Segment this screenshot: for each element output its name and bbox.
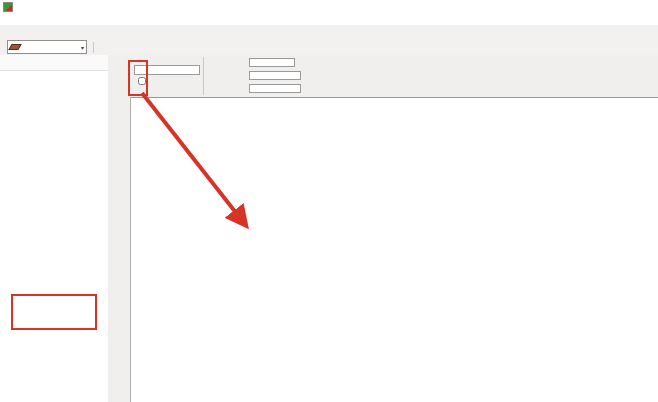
pathfinder-window: ▾ <box>0 0 658 402</box>
name-field[interactable] <box>134 65 200 75</box>
floor-selector-dropdown[interactable]: ▾ <box>7 40 87 54</box>
3d-model-building <box>130 97 658 402</box>
3d-viewport[interactable] <box>130 97 658 402</box>
view-toolbar: ▾ <box>0 39 658 56</box>
title-bar <box>0 0 658 13</box>
tree-rows <box>0 70 108 402</box>
visible-checkbox[interactable] <box>138 77 146 85</box>
navigation-tree-panel <box>0 55 109 402</box>
z-max-filter-field[interactable] <box>249 84 301 93</box>
chevron-down-icon: ▾ <box>81 44 84 51</box>
main-toolbar <box>0 25 658 40</box>
panel-divider <box>203 57 204 95</box>
drawing-toolbar <box>108 97 131 402</box>
working-z-field[interactable] <box>249 58 295 67</box>
app-logo-icon <box>3 2 13 12</box>
z-min-filter-field[interactable] <box>249 71 301 80</box>
tree-toolbar <box>0 55 108 71</box>
floor-slab-icon <box>8 44 21 50</box>
property-panel <box>108 55 658 98</box>
